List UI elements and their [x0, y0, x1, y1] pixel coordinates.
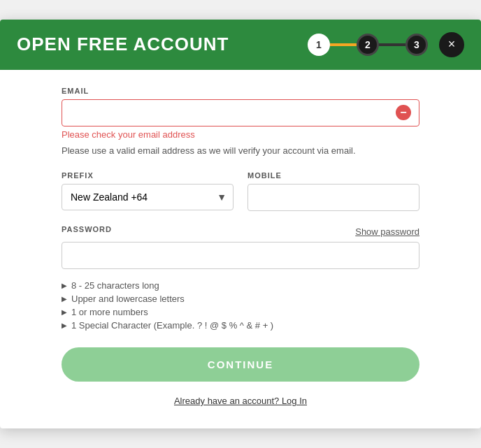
password-header: PASSWORD Show password — [62, 225, 419, 238]
prefix-select[interactable]: New Zealand +64 Australia +61 United Sta… — [62, 184, 234, 210]
email-section: EMAIL − Please check your email address … — [62, 87, 419, 158]
hint-arrow-icon-4: ▶ — [62, 321, 67, 329]
prefix-mobile-row: PREFIX New Zealand +64 Australia +61 Uni… — [62, 171, 419, 211]
prefix-group: PREFIX New Zealand +64 Australia +61 Uni… — [62, 171, 234, 211]
password-hint-3: ▶ 1 or more numbers — [62, 307, 419, 317]
password-section: PASSWORD Show password — [62, 225, 419, 269]
mobile-input[interactable] — [247, 184, 419, 211]
step-line-1 — [330, 43, 357, 46]
email-error-message: Please check your email address — [62, 129, 419, 140]
email-hint: Please use a valid email address as we w… — [62, 144, 419, 158]
modal-container: OPEN FREE ACCOUNT 1 2 3 — [0, 20, 481, 429]
step-line-2 — [379, 43, 405, 46]
modal-body: EMAIL − Please check your email address … — [0, 70, 481, 429]
login-link[interactable]: Already have an account? Log In — [62, 396, 419, 406]
mobile-label: MOBILE — [247, 171, 419, 180]
password-label: PASSWORD — [62, 225, 112, 233]
mobile-group: MOBILE — [247, 171, 419, 211]
header-right: 1 2 3 × — [308, 32, 464, 57]
password-hint-4: ▶ 1 Special Character (Example. ? ! @ $ … — [62, 320, 419, 331]
step-3: 3 — [405, 34, 428, 56]
hint-arrow-icon-2: ▶ — [62, 295, 67, 303]
prefix-select-wrapper: New Zealand +64 Australia +61 United Sta… — [62, 184, 234, 210]
password-hint-2: ▶ Upper and lowercase letters — [62, 294, 419, 304]
email-error-icon: − — [396, 105, 411, 120]
prefix-label: PREFIX — [62, 171, 234, 180]
modal-header: OPEN FREE ACCOUNT 1 2 3 — [0, 20, 481, 70]
email-label: EMAIL — [62, 87, 419, 95]
stepper: 1 2 3 — [308, 34, 428, 56]
modal-title: OPEN FREE ACCOUNT — [17, 34, 229, 55]
password-hints: ▶ 8 - 25 characters long ▶ Upper and low… — [62, 280, 419, 331]
hint-arrow-icon-3: ▶ — [62, 308, 67, 316]
password-input[interactable] — [62, 242, 419, 269]
password-hint-1: ▶ 8 - 25 characters long — [62, 280, 419, 291]
hint-arrow-icon-1: ▶ — [62, 282, 67, 289]
step-1: 1 — [308, 34, 330, 56]
step-2: 2 — [357, 34, 379, 56]
email-input-wrapper: − — [62, 99, 419, 127]
show-password-link[interactable]: Show password — [355, 226, 419, 237]
email-input[interactable] — [62, 99, 419, 127]
continue-button[interactable]: CONTINUE — [62, 347, 419, 382]
close-button[interactable]: × — [439, 32, 464, 57]
